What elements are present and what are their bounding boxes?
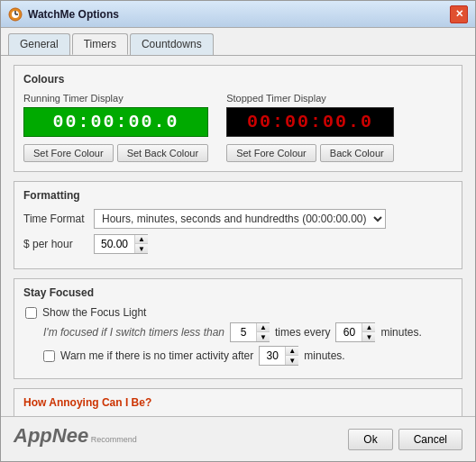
- warn-inactivity-suffix: minutes.: [304, 349, 344, 362]
- colours-section: Colours Running Timer Display 00:00:00.0…: [14, 65, 462, 172]
- title-bar-left: WatchMe Options: [8, 7, 119, 22]
- warn-inactivity-input[interactable]: [260, 348, 285, 364]
- footer-buttons: Ok Cancel: [348, 429, 462, 450]
- main-window: WatchMe Options ✕ General Timers Countdo…: [0, 0, 476, 462]
- stopped-timer-title: Stopped Timer Display: [226, 93, 394, 104]
- stopped-timer-group: Stopped Timer Display 00:00:00.0 Set For…: [226, 93, 394, 162]
- main-content: Colours Running Timer Display 00:00:00.0…: [1, 56, 475, 416]
- time-format-select[interactable]: Hours, minutes, seconds and hundredths (…: [94, 209, 386, 229]
- tab-timers[interactable]: Timers: [72, 33, 128, 55]
- close-button[interactable]: ✕: [450, 5, 468, 23]
- tab-general[interactable]: General: [8, 33, 70, 55]
- window-title: WatchMe Options: [28, 8, 119, 21]
- focus-description-text: I'm focused if I switch timers less than: [43, 326, 224, 339]
- colours-section-label: Colours: [23, 73, 453, 86]
- tab-countdowns[interactable]: Countdowns: [130, 33, 214, 55]
- formatting-section-label: Formatting: [23, 189, 453, 202]
- focus-minutes-spinner: ▲ ▼: [335, 322, 375, 342]
- footer-brand: AppNee Recommend: [14, 424, 137, 454]
- running-timer-buttons: Set Fore Colour Set Back Colour: [23, 144, 208, 162]
- warn-inactivity-arrows: ▲ ▼: [285, 347, 298, 365]
- per-hour-down[interactable]: ▼: [135, 244, 148, 253]
- per-hour-label: $ per hour: [23, 238, 87, 250]
- stay-focused-section: Stay Focused Show the Focus Light I'm fo…: [14, 278, 462, 379]
- focus-minutes-label: minutes.: [380, 326, 421, 339]
- running-timer-display: 00:00:00.0: [23, 107, 208, 137]
- footer: AppNee Recommend Ok Cancel: [1, 416, 475, 461]
- show-focus-label: Show the Focus Light: [42, 306, 146, 319]
- focus-times-down[interactable]: ▼: [257, 332, 270, 341]
- focus-times-label: times every: [275, 326, 330, 339]
- focus-minutes-up[interactable]: ▲: [362, 323, 375, 332]
- stopped-fore-colour-button[interactable]: Set Fore Colour: [226, 144, 316, 162]
- warn-inactivity-checkbox[interactable]: [43, 350, 55, 362]
- focus-minutes-arrows: ▲ ▼: [362, 323, 375, 341]
- running-back-colour-button[interactable]: Set Back Colour: [117, 144, 208, 162]
- stopped-back-colour-button[interactable]: Back Colour: [320, 144, 394, 162]
- per-hour-arrows: ▲ ▼: [134, 235, 148, 253]
- tabs-bar: General Timers Countdowns: [1, 28, 475, 56]
- annoying-section-label: How Annoying Can I Be?: [23, 396, 453, 409]
- per-hour-spinner: ▲ ▼: [94, 234, 148, 254]
- focus-times-arrows: ▲ ▼: [256, 323, 270, 341]
- running-timer-group: Running Timer Display 00:00:00.0 Set For…: [23, 93, 208, 162]
- running-timer-title: Running Timer Display: [23, 93, 208, 104]
- warn-inactivity-label: Warn me if there is no timer activity af…: [60, 349, 253, 362]
- stopped-timer-buttons: Set Fore Colour Back Colour: [226, 144, 394, 162]
- focus-description-row: I'm focused if I switch timers less than…: [23, 322, 453, 342]
- per-hour-row: $ per hour ▲ ▼: [23, 234, 453, 254]
- app-icon: [8, 7, 23, 22]
- stay-focused-label: Stay Focused: [23, 286, 453, 299]
- focus-minutes-down[interactable]: ▼: [362, 332, 375, 341]
- cancel-button[interactable]: Cancel: [398, 429, 462, 450]
- focus-times-up[interactable]: ▲: [257, 323, 270, 332]
- time-format-label: Time Format: [23, 213, 87, 225]
- stopped-timer-display: 00:00:00.0: [226, 107, 394, 137]
- ok-button[interactable]: Ok: [348, 429, 392, 450]
- warn-inactivity-up[interactable]: ▲: [286, 347, 298, 356]
- per-hour-up[interactable]: ▲: [135, 235, 148, 244]
- running-fore-colour-button[interactable]: Set Fore Colour: [23, 144, 114, 162]
- warn-inactivity-row: Warn me if there is no timer activity af…: [23, 346, 453, 366]
- warn-inactivity-down[interactable]: ▼: [286, 356, 298, 365]
- annoying-section: How Annoying Can I Be? Warn me before de…: [14, 388, 462, 416]
- focus-minutes-input[interactable]: [336, 324, 362, 340]
- title-bar: WatchMe Options ✕: [1, 1, 475, 28]
- formatting-section: Formatting Time Format Hours, minutes, s…: [14, 181, 462, 269]
- focus-times-spinner: ▲ ▼: [230, 322, 270, 342]
- show-focus-checkbox[interactable]: [25, 307, 37, 319]
- timer-displays: Running Timer Display 00:00:00.0 Set For…: [23, 93, 453, 162]
- per-hour-input[interactable]: [95, 236, 134, 252]
- time-format-row: Time Format Hours, minutes, seconds and …: [23, 209, 453, 229]
- warn-inactivity-spinner: ▲ ▼: [259, 346, 298, 366]
- show-focus-row: Show the Focus Light: [23, 306, 453, 319]
- focus-times-input[interactable]: [231, 324, 256, 340]
